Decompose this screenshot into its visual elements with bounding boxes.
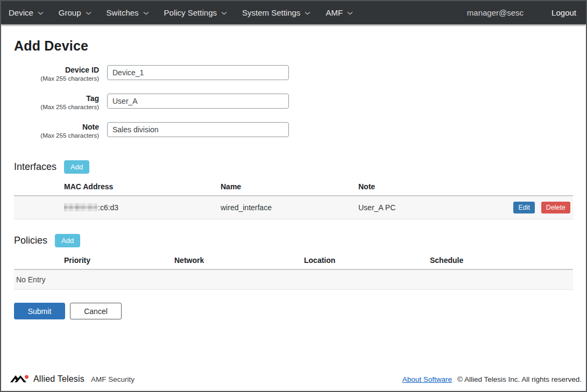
col-location: Location	[304, 252, 430, 269]
form-row-tag: Tag (Max 255 characters)	[14, 94, 573, 111]
app-window: Device Group Switches Policy Settings Sy…	[0, 0, 587, 392]
nav-item-label: Group	[59, 8, 81, 17]
nav-item-label: Device	[9, 8, 33, 17]
nav-menu: Device Group Switches Policy Settings Sy…	[1, 1, 360, 24]
policies-heading: Policies	[14, 235, 47, 246]
interface-delete-button[interactable]: Delete	[541, 202, 570, 213]
main-content: Add Device Device ID (Max 255 characters…	[1, 24, 586, 372]
mac-suffix: :c6:d3	[98, 203, 118, 212]
chevron-down-icon	[347, 11, 353, 15]
brand-name: Allied Telesis	[33, 374, 84, 384]
logout-button[interactable]: Logout	[551, 8, 576, 17]
footer-brand: Allied Telesis AMF Security	[10, 374, 135, 384]
policies-table: Priority Network Location Schedule No En…	[14, 252, 573, 290]
chevron-down-icon	[143, 11, 149, 15]
interfaces-heading: Interfaces	[14, 161, 56, 173]
col-note: Note	[358, 179, 494, 196]
interface-actions-cell: Edit Delete	[494, 196, 573, 219]
nav-item-group[interactable]: Group	[51, 1, 99, 24]
allied-telesis-logo-icon	[10, 374, 29, 384]
note-label: Note (Max 255 characters)	[14, 122, 99, 140]
chevron-down-icon	[86, 11, 91, 15]
col-name: Name	[221, 179, 358, 196]
nav-item-device[interactable]: Device	[9, 1, 51, 24]
nav-right: manager@sesc Logout	[467, 8, 586, 17]
nav-item-label: Switches	[107, 8, 139, 17]
nav-item-amf[interactable]: AMF	[318, 1, 360, 24]
chevron-down-icon	[38, 11, 44, 15]
col-priority: Priority	[64, 252, 174, 269]
form-row-device-id: Device ID (Max 255 characters)	[14, 65, 573, 83]
interfaces-add-button[interactable]: Add	[64, 160, 89, 174]
policies-empty-row: No Entry	[14, 269, 573, 290]
interface-name-cell: wired_interface	[221, 196, 358, 219]
product-name: AMF Security	[91, 375, 135, 383]
policies-section-header: Policies Add	[14, 234, 573, 247]
interface-edit-button[interactable]: Edit	[513, 202, 535, 213]
submit-button[interactable]: Submit	[14, 303, 65, 319]
no-entry-text: No Entry	[14, 269, 573, 290]
page-title: Add Device	[14, 38, 573, 54]
nav-item-policy-settings[interactable]: Policy Settings	[157, 1, 235, 24]
form-actions: Submit Cancel	[14, 303, 573, 319]
nav-item-label: System Settings	[242, 8, 300, 17]
chevron-down-icon	[221, 11, 227, 15]
form-row-note: Note (Max 255 characters)	[14, 122, 573, 140]
device-id-label: Device ID (Max 255 characters)	[14, 65, 99, 83]
nav-item-label: AMF	[326, 8, 343, 17]
policies-header-row: Priority Network Location Schedule	[14, 252, 573, 269]
interfaces-section-header: Interfaces Add	[14, 160, 573, 174]
policies-add-button[interactable]: Add	[55, 234, 80, 247]
footer-right: About Software © Allied Telesis Inc. All…	[402, 375, 582, 383]
tag-field[interactable]	[107, 94, 289, 109]
cancel-button[interactable]: Cancel	[70, 303, 122, 319]
about-software-link[interactable]: About Software	[402, 375, 452, 383]
nav-item-switches[interactable]: Switches	[99, 1, 157, 24]
logged-in-user: manager@sesc	[467, 8, 524, 17]
nav-item-label: Policy Settings	[164, 8, 217, 17]
interfaces-table: MAC Address Name Note :c6:d3 wired_inter…	[14, 179, 573, 219]
device-id-field[interactable]	[107, 65, 289, 80]
interfaces-header-row: MAC Address Name Note	[14, 179, 573, 196]
interface-mac-cell: :c6:d3	[64, 196, 221, 219]
interface-table-row: :c6:d3 wired_interface User_A PC Edit De…	[14, 196, 573, 219]
copyright-text: © Allied Telesis Inc. All rights reserve…	[457, 375, 582, 383]
top-navbar: Device Group Switches Policy Settings Sy…	[1, 1, 586, 24]
col-schedule: Schedule	[430, 252, 573, 269]
tag-label: Tag (Max 255 characters)	[14, 94, 99, 111]
note-field[interactable]	[107, 122, 289, 137]
page-footer: Allied Telesis AMF Security About Softwa…	[1, 372, 586, 391]
interface-note-cell: User_A PC	[358, 196, 494, 219]
mac-redacted-block	[64, 203, 97, 211]
chevron-down-icon	[305, 11, 310, 15]
col-network: Network	[174, 252, 304, 269]
col-mac-address: MAC Address	[64, 179, 221, 196]
nav-item-system-settings[interactable]: System Settings	[235, 1, 318, 24]
add-device-form: Device ID (Max 255 characters) Tag (Max …	[14, 65, 573, 140]
